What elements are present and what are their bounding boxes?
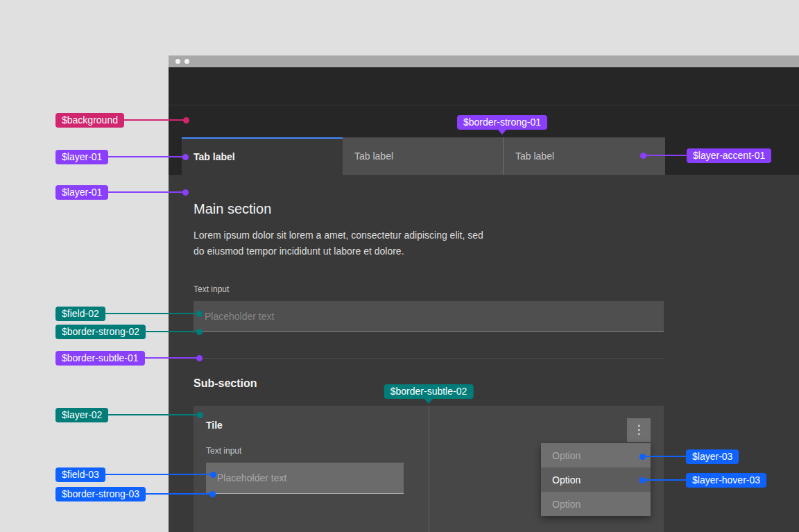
annotation-dot <box>182 154 189 160</box>
annotation-background: $background <box>55 112 189 128</box>
token-badge: $layer-03 <box>686 449 739 464</box>
text-input-label: Text input <box>194 284 229 294</box>
overflow-menu-button[interactable]: ⋮ <box>627 418 651 442</box>
token-badge: $layer-hover-03 <box>686 473 766 488</box>
window-control-dot <box>175 59 180 64</box>
window-control-dot <box>184 59 189 64</box>
annotation-layer-02: $layer-02 <box>55 407 203 422</box>
menu-option-1[interactable]: Option <box>541 443 651 467</box>
token-badge: $field-03 <box>55 467 105 482</box>
annotation-line <box>646 456 686 457</box>
token-badge: $layer-01 <box>55 150 108 164</box>
annotation-line <box>108 156 182 157</box>
token-badge: $border-strong-02 <box>55 325 146 339</box>
token-badge: $layer-01 <box>55 185 108 200</box>
tile: Tile Text input ⋮ Option Option Option <box>194 406 664 532</box>
annotation-border-strong-01: $border-strong-01 <box>457 115 547 135</box>
annotation-layer-01-tab: $layer-01 <box>55 149 189 164</box>
annotation-dot <box>196 355 203 361</box>
token-badge: $layer-accent-01 <box>687 148 771 163</box>
caret-down-icon <box>424 399 433 404</box>
annotation-line <box>105 474 210 475</box>
menu-option-3[interactable]: Option <box>541 492 651 516</box>
tile-subtle-border <box>429 406 429 532</box>
annotation-border-strong-02: $border-strong-02 <box>55 324 203 339</box>
annotation-dot <box>639 477 646 483</box>
annotation-layer-accent-01: $layer-accent-01 <box>640 148 771 163</box>
annotation-line <box>124 119 183 121</box>
annotation-line <box>145 357 196 359</box>
annotation-layer-01-page: $layer-01 <box>55 185 189 200</box>
token-badge: $border-subtle-01 <box>55 351 145 366</box>
annotation-line <box>646 155 687 156</box>
annotation-dot <box>196 329 203 335</box>
main-section-heading: Main section <box>194 201 271 217</box>
annotation-dot <box>640 153 646 159</box>
annotation-line <box>105 313 196 314</box>
tile-input-label: Text input <box>206 446 241 456</box>
window-titlebar <box>169 55 799 67</box>
annotation-line <box>108 414 197 415</box>
annotation-dot <box>209 491 216 497</box>
annotation-dot <box>183 117 189 123</box>
token-badge: $layer-02 <box>55 408 108 422</box>
main-text-input[interactable] <box>194 301 664 332</box>
annotation-layer-03: $layer-03 <box>639 449 739 464</box>
main-section-paragraph: Lorem ipsum dolor sit lorem a amet, cons… <box>194 228 492 259</box>
token-badge: $border-strong-03 <box>55 487 146 501</box>
caret-down-icon <box>498 130 506 135</box>
annotation-line <box>146 331 196 332</box>
token-badge: $border-subtle-02 <box>384 384 474 399</box>
header-band <box>169 67 799 105</box>
overflow-menu-icon: ⋮ <box>633 418 645 442</box>
token-badge: $border-strong-01 <box>457 115 547 130</box>
annotation-border-strong-03: $border-strong-03 <box>55 486 216 501</box>
token-badge: $background <box>55 113 124 128</box>
tab-1-selected[interactable]: Tab label <box>182 137 343 175</box>
annotation-dot <box>182 189 189 196</box>
annotation-dot <box>210 472 216 478</box>
sub-section-heading: Sub-section <box>194 377 257 390</box>
tab-2[interactable]: Tab label <box>343 137 503 175</box>
annotation-field-03: $field-03 <box>55 467 216 482</box>
tile-text-input[interactable] <box>206 463 404 494</box>
annotation-dot <box>197 412 203 418</box>
overflow-menu: Option Option Option <box>541 443 651 516</box>
annotation-line <box>108 191 182 193</box>
tile-title: Tile <box>206 420 223 431</box>
menu-option-2-hovered[interactable]: Option <box>541 467 651 492</box>
annotation-layer-hover-03: $layer-hover-03 <box>639 472 766 488</box>
annotation-border-subtle-02: $border-subtle-02 <box>384 384 474 404</box>
subtle-divider <box>194 358 664 359</box>
annotation-field-02: $field-02 <box>55 306 203 321</box>
annotated-token-diagram: Tab label Tab label Tab label Main secti… <box>0 0 799 532</box>
token-badge: $field-02 <box>55 307 105 321</box>
annotation-dot <box>196 311 203 317</box>
annotation-dot <box>639 454 646 460</box>
annotation-line <box>146 493 209 495</box>
annotation-border-subtle-01: $border-subtle-01 <box>55 350 203 366</box>
annotation-line <box>646 479 686 481</box>
